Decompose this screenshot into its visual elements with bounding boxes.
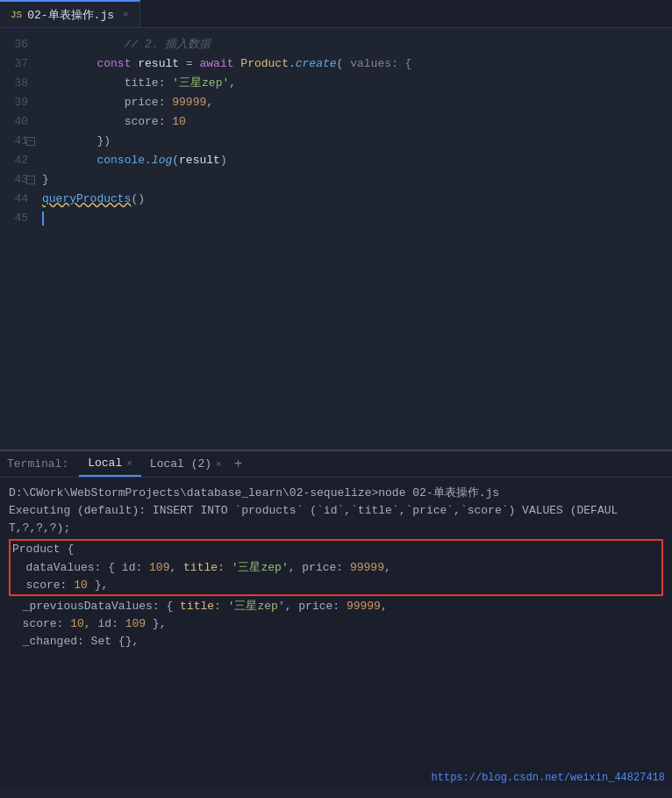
code-content-41: }) bbox=[42, 132, 672, 151]
code-content-37: const result = await Product.create( val… bbox=[42, 54, 672, 74]
line-number-40: 40 bbox=[0, 112, 42, 132]
file-tab[interactable]: JS 02-单表操作.js × bbox=[0, 0, 140, 27]
code-content-40: score: 10 bbox=[42, 112, 672, 132]
terminal-line-score: score: 10, id: 109 }, bbox=[9, 615, 663, 633]
terminal-result-line1: Product { bbox=[11, 541, 661, 558]
code-content-36: // 2. 插入数据 bbox=[42, 35, 672, 54]
terminal-tab-bar: Terminal: Local × Local (2) × + bbox=[0, 451, 672, 478]
terminal-label: Terminal: bbox=[7, 457, 68, 471]
code-lines: 36 // 2. 插入数据 37 const result = await Pr… bbox=[0, 28, 672, 228]
line-number-39: 39 bbox=[0, 93, 42, 112]
js-file-icon: JS bbox=[11, 10, 22, 20]
terminal-tab-local[interactable]: Local × bbox=[79, 451, 141, 477]
terminal-add-button[interactable]: + bbox=[234, 457, 243, 472]
terminal-section: Terminal: Local × Local (2) × + D:\CWork… bbox=[0, 449, 672, 789]
code-line-37: 37 const result = await Product.create( … bbox=[0, 54, 672, 74]
line-number-36: 36 bbox=[0, 35, 42, 54]
terminal-line-prev: _previousDataValues: { title: '三星zep', p… bbox=[9, 598, 663, 615]
code-editor: 36 // 2. 插入数据 37 const result = await Pr… bbox=[0, 28, 672, 449]
tab-bar: JS 02-单表操作.js × bbox=[0, 0, 672, 28]
code-content-42: console.log(result) bbox=[42, 151, 672, 170]
terminal-result-line2: dataValues: { id: 109, title: '三星zep', p… bbox=[11, 559, 661, 577]
line-number-42: 42 bbox=[0, 151, 42, 170]
line-number-37: 37 bbox=[0, 54, 42, 74]
terminal-result-line3: score: 10 }, bbox=[11, 577, 661, 594]
code-line-40: 40 score: 10 bbox=[0, 112, 672, 132]
code-content-38: title: '三星zep', bbox=[42, 74, 672, 93]
terminal-tab-local-close[interactable]: × bbox=[126, 458, 132, 469]
terminal-tab-local2[interactable]: Local (2) × bbox=[141, 451, 231, 477]
code-line-44: 44 queryProducts() bbox=[0, 190, 672, 209]
code-content-43: } bbox=[42, 170, 672, 190]
line-number-41: 41 − bbox=[0, 132, 42, 151]
code-line-38: 38 title: '三星zep', bbox=[0, 74, 672, 93]
code-empty-area bbox=[0, 228, 672, 386]
code-content-44: queryProducts() bbox=[42, 190, 672, 209]
code-line-36: 36 // 2. 插入数据 bbox=[0, 35, 672, 54]
code-line-42: 42 console.log(result) bbox=[0, 151, 672, 170]
terminal-result-highlight: Product { dataValues: { id: 109, title: … bbox=[9, 539, 663, 595]
line-number-44: 44 bbox=[0, 190, 42, 209]
code-line-45: 45 bbox=[0, 209, 672, 228]
tab-close-button[interactable]: × bbox=[123, 10, 129, 20]
terminal-line-sql: Executing (default): INSERT INTO `produc… bbox=[9, 502, 663, 537]
tab-label: 02-单表操作.js bbox=[27, 7, 114, 23]
terminal-tab-local2-close[interactable]: × bbox=[216, 459, 222, 470]
terminal-line-path: D:\CWork\WebStormProjects\database_learn… bbox=[9, 485, 663, 502]
footer-url[interactable]: https://blog.csdn.net/weixin_44827418 bbox=[425, 767, 672, 789]
fold-marker-41[interactable]: − bbox=[26, 137, 35, 146]
code-content-39: price: 99999, bbox=[42, 93, 672, 112]
terminal-output: D:\CWork\WebStormProjects\database_learn… bbox=[0, 478, 672, 789]
fold-marker-43[interactable]: − bbox=[26, 176, 35, 184]
line-number-38: 38 bbox=[0, 74, 42, 93]
code-line-43: 43 − } bbox=[0, 170, 672, 190]
line-number-43: 43 − bbox=[0, 170, 42, 190]
code-line-41: 41 − }) bbox=[0, 132, 672, 151]
line-number-45: 45 bbox=[0, 209, 42, 228]
terminal-tab-local-label: Local bbox=[88, 457, 122, 470]
code-content-45 bbox=[42, 209, 672, 228]
terminal-line-changed: _changed: Set {}, bbox=[9, 633, 663, 651]
terminal-tab-local2-label: Local (2) bbox=[150, 457, 211, 471]
code-line-39: 39 price: 99999, bbox=[0, 93, 672, 112]
